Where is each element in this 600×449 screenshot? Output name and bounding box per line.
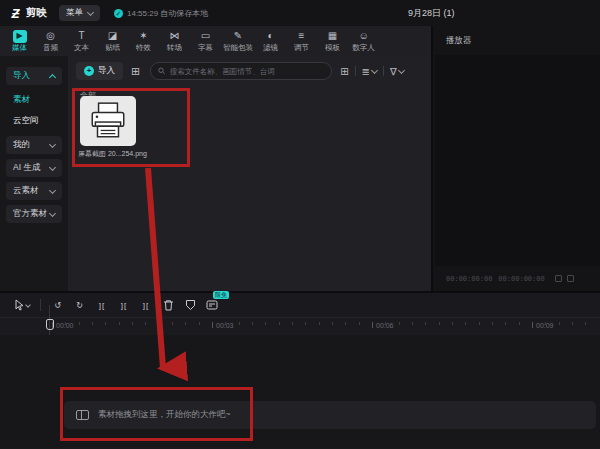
undo-button[interactable]: ↺ bbox=[47, 296, 69, 314]
fit-ratio-icon[interactable] bbox=[555, 275, 562, 282]
tab-label: 文本 bbox=[74, 43, 89, 53]
sidebar-item-ai-generate[interactable]: AI 生成 bbox=[6, 159, 62, 177]
ruler-tick bbox=[385, 322, 386, 325]
tab-digital-human[interactable]: ☺数字人 bbox=[348, 26, 379, 56]
ruler-tick bbox=[332, 322, 333, 325]
search-icon bbox=[158, 67, 165, 75]
autosave-text: 14:55:29 自动保存本地 bbox=[127, 8, 208, 19]
trim-left-button[interactable]: ][ bbox=[113, 296, 135, 314]
ruler-tick bbox=[279, 322, 280, 325]
ruler-tick bbox=[399, 322, 400, 325]
menu-button[interactable]: 菜单 bbox=[59, 5, 100, 21]
tab-label: 调节 bbox=[294, 43, 309, 53]
tab-filters[interactable]: ◐滤镜 bbox=[255, 26, 286, 56]
sidebar-item-label: 导入 bbox=[13, 70, 30, 82]
redo-icon: ↻ bbox=[76, 301, 84, 310]
check-circle-icon: ✓ bbox=[114, 9, 123, 18]
split-button[interactable]: ][ bbox=[91, 296, 113, 314]
ruler-tick bbox=[185, 322, 186, 325]
ruler-tick bbox=[452, 322, 453, 325]
ribbon-tab-bar: ▶媒体◎音频T文本◪贴纸✶特效⋈转场▭字幕✎智能包装◐滤镜≡调节▦模板☺数字人 bbox=[0, 26, 431, 56]
ruler-tick bbox=[199, 322, 200, 325]
divider bbox=[355, 66, 356, 76]
tab-text[interactable]: T文本 bbox=[66, 26, 97, 56]
tab-captions[interactable]: ▭字幕 bbox=[190, 26, 221, 56]
import-button-label: 导入 bbox=[98, 65, 115, 77]
player-control-bar: 00:00:00:00 00:00:00:00 bbox=[435, 266, 600, 291]
ruler-tick bbox=[585, 322, 586, 325]
effects-icon: ✶ bbox=[139, 29, 147, 43]
freeze-button[interactable] bbox=[179, 296, 201, 314]
timeline-toolbar: ↺↻][][][限免 bbox=[0, 293, 600, 317]
media-panel-header: + 导入 ⊞ ⊞ ≣ ∇ bbox=[68, 56, 431, 86]
audio-icon: ◎ bbox=[46, 29, 55, 43]
ruler-tick bbox=[265, 322, 266, 325]
tab-label: 转场 bbox=[167, 43, 182, 53]
empty-hint-text: 素材拖拽到这里，开始你的大作吧~ bbox=[98, 409, 230, 421]
ruler-tick bbox=[225, 322, 226, 325]
smart-edit-button[interactable]: 限免 bbox=[201, 296, 223, 314]
tab-label: 字幕 bbox=[198, 43, 213, 53]
ruler-tick bbox=[52, 322, 53, 328]
sidebar-item-label: 我的 bbox=[13, 139, 30, 151]
ruler-tick bbox=[212, 322, 213, 328]
library-grid-icon[interactable]: ⊞ bbox=[131, 65, 140, 78]
chevron-down-icon bbox=[49, 209, 56, 216]
ruler-tick bbox=[319, 322, 320, 325]
tab-transitions[interactable]: ⋈转场 bbox=[159, 26, 190, 56]
filters-icon: ◐ bbox=[267, 29, 273, 43]
search-box[interactable] bbox=[150, 62, 332, 80]
ruler-tick bbox=[425, 322, 426, 325]
digital-human-icon: ☺ bbox=[358, 29, 368, 43]
tab-label: 数字人 bbox=[352, 43, 375, 53]
text-icon: T bbox=[78, 29, 84, 43]
import-button[interactable]: + 导入 bbox=[76, 62, 123, 80]
ruler-tick bbox=[412, 322, 413, 325]
trim-right-button[interactable]: ][ bbox=[135, 296, 157, 314]
sidebar-item-mine[interactable]: 我的 bbox=[6, 136, 62, 154]
view-controls: ⊞ ≣ ∇ bbox=[340, 66, 403, 77]
ruler-tick bbox=[519, 322, 520, 325]
fullscreen-icon[interactable] bbox=[567, 275, 574, 282]
divider bbox=[383, 66, 384, 76]
tab-smart-pack[interactable]: ✎智能包装 bbox=[221, 26, 255, 56]
trim-left-icon: ][ bbox=[121, 301, 127, 310]
sidebar-item-official-material[interactable]: 官方素材 bbox=[6, 205, 62, 223]
media-icon: ▶ bbox=[13, 30, 27, 43]
sidebar-item-cloud-material[interactable]: 云素材 bbox=[6, 182, 62, 200]
grid-view-icon[interactable]: ⊞ bbox=[340, 66, 348, 77]
ruler-tick bbox=[372, 322, 373, 328]
tab-media[interactable]: ▶媒体 bbox=[4, 26, 35, 56]
current-timecode: 00:00:00:00 bbox=[446, 275, 492, 283]
ruler-tick bbox=[145, 322, 146, 325]
tab-audio[interactable]: ◎音频 bbox=[35, 26, 66, 56]
tab-effects[interactable]: ✶特效 bbox=[128, 26, 159, 56]
sidebar-item-material[interactable]: 素材 bbox=[13, 94, 62, 106]
tab-templates[interactable]: ▦模板 bbox=[317, 26, 348, 56]
autosave-status: ✓ 14:55:29 自动保存本地 bbox=[114, 8, 208, 19]
tab-label: 贴纸 bbox=[105, 43, 120, 53]
templates-icon: ▦ bbox=[328, 29, 337, 43]
toolbar-divider bbox=[40, 299, 41, 311]
trash-icon bbox=[163, 299, 174, 311]
jianying-logo-icon: Ƶ bbox=[8, 6, 23, 21]
sort-icon[interactable]: ≣ bbox=[362, 66, 377, 77]
redo-button[interactable]: ↻ bbox=[69, 296, 91, 314]
sidebar-item-cloud-space[interactable]: 云空间 bbox=[13, 115, 62, 127]
search-input[interactable] bbox=[170, 67, 325, 76]
sidebar-item-import[interactable]: 导入 bbox=[6, 67, 62, 85]
timeline-tracks[interactable]: 素材拖拽到这里，开始你的大作吧~ bbox=[0, 335, 600, 448]
tab-label: 滤镜 bbox=[263, 43, 278, 53]
timeline-empty-hint[interactable]: 素材拖拽到这里，开始你的大作吧~ bbox=[64, 401, 596, 429]
menu-label: 菜单 bbox=[66, 7, 83, 19]
tab-sticker[interactable]: ◪贴纸 bbox=[97, 26, 128, 56]
ruler-tick bbox=[572, 322, 573, 325]
sticker-icon: ◪ bbox=[108, 29, 117, 43]
player-viewport[interactable] bbox=[435, 55, 600, 266]
tab-adjust[interactable]: ≡调节 bbox=[286, 26, 317, 56]
delete-button[interactable] bbox=[157, 296, 179, 314]
media-thumbnail[interactable] bbox=[80, 96, 136, 146]
tab-label: 特效 bbox=[136, 43, 151, 53]
timeline-ruler[interactable]: 00:0000:0300:0600:09 bbox=[0, 317, 600, 335]
filter-icon[interactable]: ∇ bbox=[390, 66, 404, 77]
